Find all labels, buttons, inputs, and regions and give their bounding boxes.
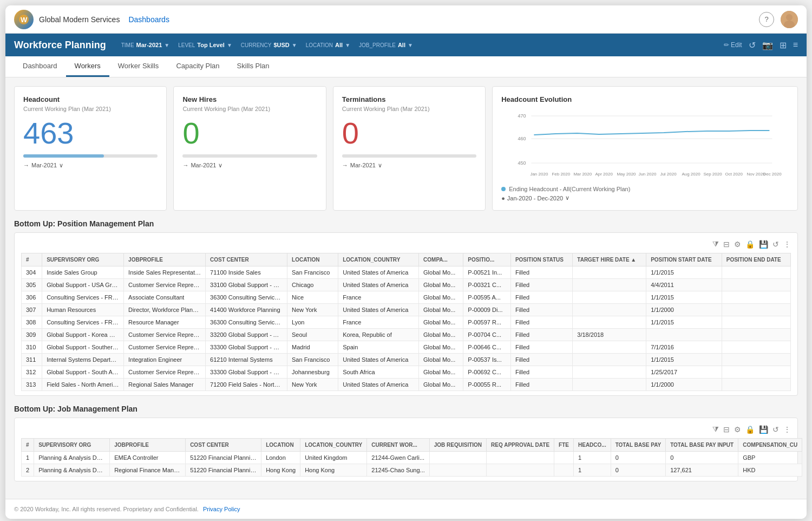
- privacy-policy-link[interactable]: Privacy Policy: [203, 506, 240, 512]
- headcount-footer[interactable]: → Mar-2021 ∨: [23, 162, 158, 169]
- filter-currency[interactable]: CURRENCY $USD ▼: [241, 42, 297, 48]
- table-cell: 36300 Consulting Services - EMEA: [206, 291, 287, 304]
- job-col-fte[interactable]: FTE: [554, 439, 574, 452]
- job-save-tool-icon[interactable]: 💾: [759, 425, 768, 434]
- job-settings-tool-icon[interactable]: ⚙: [734, 425, 741, 434]
- table-cell: Global Mo...: [419, 266, 463, 279]
- chart-date-range[interactable]: ● Jan-2020 - Dec-2020 ∨: [501, 194, 789, 201]
- table-cell: 1/25/2017: [646, 366, 722, 379]
- table-row[interactable]: 311Internal Systems DepartmentIntegratio…: [22, 354, 791, 366]
- col-target-hire-date[interactable]: TARGET HIRE DATE ▲: [573, 253, 646, 266]
- table-cell: Regional Sales Manager: [124, 379, 206, 391]
- filter-tool-icon[interactable]: ⧩: [712, 239, 719, 249]
- job-col-requisition[interactable]: JOB REQUISITION: [429, 439, 486, 452]
- table-cell: 313: [22, 379, 42, 391]
- table-row[interactable]: 308Consulting Services - FRA GroupResour…: [22, 316, 791, 329]
- tab-dashboard[interactable]: Dashboard: [14, 56, 66, 77]
- table-cell: [722, 279, 790, 291]
- filter-level-value: Top Level: [197, 42, 225, 48]
- job-col-current-worker[interactable]: CURRENT WOR...: [367, 439, 429, 452]
- grid-view-icon[interactable]: ⊞: [780, 40, 787, 50]
- settings-tool-icon[interactable]: ⚙: [734, 240, 741, 249]
- table-cell: 127,621: [666, 464, 738, 477]
- tab-capacity-plan[interactable]: Capacity Plan: [167, 56, 228, 77]
- help-icon[interactable]: ?: [759, 12, 774, 27]
- dashboards-link[interactable]: Dashboards: [128, 15, 169, 24]
- col-cost-center[interactable]: COST CENTER: [206, 253, 287, 266]
- table-cell: 41400 Workforce Planning: [206, 304, 287, 316]
- list-view-icon[interactable]: ≡: [793, 40, 798, 50]
- job-col-jobprofile[interactable]: JOBPROFILE: [110, 439, 186, 452]
- table-cell: 1/1/2000: [646, 304, 722, 316]
- job-col-supervisory-org[interactable]: SUPERVISORY ORG: [34, 439, 110, 452]
- save-tool-icon[interactable]: 💾: [759, 240, 768, 249]
- table-cell: Global Support - Southern Europe Group: [42, 341, 124, 354]
- col-jobprofile[interactable]: JOBPROFILE: [124, 253, 206, 266]
- refresh-tool-icon[interactable]: ↺: [772, 240, 779, 249]
- table-cell: Korea, Republic of: [338, 329, 419, 341]
- job-col-total-base-pay[interactable]: TOTAL BASE PAY: [611, 439, 665, 452]
- table-cell: London: [261, 452, 300, 464]
- col-position-end-date[interactable]: POSITION END DATE: [722, 253, 790, 266]
- chart-title: Headcount Evolution: [501, 95, 789, 103]
- job-col-req-approval[interactable]: REQ APPROVAL DATE: [487, 439, 554, 452]
- tab-skills-plan[interactable]: Skills Plan: [228, 56, 278, 77]
- refresh-icon[interactable]: ↺: [749, 40, 756, 50]
- job-col-compensation-cu[interactable]: COMPENSATION_CU: [738, 439, 802, 452]
- table-row[interactable]: 1Planning & Analysis DepartmentEMEA Cont…: [22, 452, 802, 464]
- new-hires-footer[interactable]: → Mar-2021 ∨: [182, 162, 317, 169]
- table-cell: 1/1/2015: [646, 316, 722, 329]
- col-location[interactable]: LOCATION: [287, 253, 338, 266]
- header-bar: Workforce Planning TIME Mar-2021 ▼ LEVEL…: [5, 34, 807, 56]
- job-col-total-base-pay-input[interactable]: TOTAL BASE PAY INPUT: [666, 439, 738, 452]
- table-cell: 4/4/2011: [646, 279, 722, 291]
- job-col-cost-center[interactable]: COST CENTER: [186, 439, 261, 452]
- job-col-headco[interactable]: HEADCO...: [573, 439, 611, 452]
- filter-time[interactable]: TIME Mar-2021 ▼: [121, 42, 170, 48]
- job-lock-tool-icon[interactable]: 🔒: [745, 425, 755, 434]
- filter-location[interactable]: LOCATION All ▼: [306, 42, 350, 48]
- table-row[interactable]: 309Global Support - Korea GroupCustomer …: [22, 329, 791, 341]
- table-cell: [722, 316, 790, 329]
- job-columns-tool-icon[interactable]: ⊟: [723, 425, 730, 434]
- table-row[interactable]: 313Field Sales - North America GroupRegi…: [22, 379, 791, 391]
- job-table: # SUPERVISORY ORG JOBPROFILE COST CENTER…: [21, 438, 802, 477]
- col-supervisory-org[interactable]: SUPERVISORY ORG: [42, 253, 124, 266]
- job-filter-tool-icon[interactable]: ⧩: [712, 425, 719, 434]
- filter-job-profile-value: All: [398, 42, 405, 48]
- svg-text:Sep 2020: Sep 2020: [704, 172, 723, 177]
- job-col-location-country[interactable]: LOCATION_COUNTRY: [300, 439, 367, 452]
- tab-workers[interactable]: Workers: [66, 56, 109, 77]
- col-compa[interactable]: COMPA...: [419, 253, 463, 266]
- kpi-row: Headcount Current Working Plan (Mar 2021…: [14, 86, 798, 211]
- table-cell: [573, 279, 646, 291]
- table-row[interactable]: 307Human ResourcesDirector, Workforce Pl…: [22, 304, 791, 316]
- table-cell: Filled: [510, 354, 572, 366]
- table-row[interactable]: 305Global Support - USA GroupCustomer Se…: [22, 279, 791, 291]
- edit-button[interactable]: ✏ Edit: [724, 41, 742, 49]
- col-position-start-date[interactable]: POSITION START DATE: [646, 253, 722, 266]
- col-positio[interactable]: POSITIO...: [463, 253, 511, 266]
- columns-tool-icon[interactable]: ⊟: [723, 240, 730, 249]
- table-cell: [573, 304, 646, 316]
- tab-worker-skills[interactable]: Worker Skills: [109, 56, 168, 77]
- camera-icon[interactable]: 📷: [762, 40, 773, 50]
- lock-tool-icon[interactable]: 🔒: [745, 240, 755, 249]
- date-range-dot: ●: [501, 195, 505, 201]
- job-more-tool-icon[interactable]: ⋮: [783, 425, 791, 434]
- filter-level[interactable]: LEVEL Top Level ▼: [178, 42, 232, 48]
- job-refresh-tool-icon[interactable]: ↺: [772, 425, 779, 434]
- table-row[interactable]: 304Inside Sales GroupInside Sales Repres…: [22, 266, 791, 279]
- terminations-footer[interactable]: → Mar-2021 ∨: [342, 162, 476, 169]
- filter-job-profile[interactable]: JOB_PROFILE All ▼: [359, 42, 413, 48]
- more-tool-icon[interactable]: ⋮: [783, 240, 791, 249]
- table-row[interactable]: 312Global Support - South Africa GroupCu…: [22, 366, 791, 379]
- table-cell: [573, 291, 646, 304]
- job-col-location[interactable]: LOCATION: [261, 439, 300, 452]
- table-row[interactable]: 310Global Support - Southern Europe Grou…: [22, 341, 791, 354]
- user-avatar[interactable]: [781, 11, 798, 28]
- col-location-country[interactable]: LOCATION_COUNTRY: [338, 253, 419, 266]
- col-position-status[interactable]: POSITION STATUS: [510, 253, 572, 266]
- table-row[interactable]: 2Planning & Analysis DepartmentRegional …: [22, 464, 802, 477]
- table-row[interactable]: 306Consulting Services - FRA GroupAssoci…: [22, 291, 791, 304]
